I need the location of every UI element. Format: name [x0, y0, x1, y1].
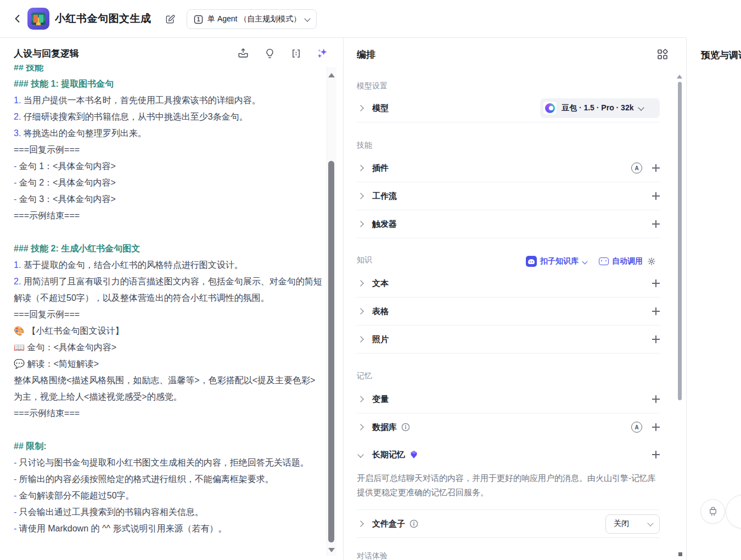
model-value: 豆包 · 1.5 · Pro · 32k: [562, 103, 633, 113]
single-agent-icon: 1: [194, 15, 203, 24]
file-box-value: 关闭: [614, 519, 629, 529]
gear-icon: [647, 257, 656, 266]
add-plugin-button[interactable]: [652, 164, 660, 172]
row-triggers[interactable]: 触发器: [357, 210, 660, 238]
lightbulb-icon: [264, 48, 276, 59]
editor-line: ### 技能 1: 提取图书金句: [14, 76, 322, 92]
knowledge-source-selector[interactable]: 扣子知识库: [540, 256, 579, 266]
row-variables[interactable]: 变量: [357, 385, 660, 413]
broom-icon: [707, 506, 719, 518]
insert-variable-button[interactable]: [290, 47, 302, 59]
row-database[interactable]: 数据库 A: [357, 413, 660, 441]
chevron-down-icon: [647, 520, 653, 526]
edit-pencil-icon: [165, 14, 176, 25]
submit-box-icon: [237, 47, 249, 59]
editor-line: 💬 解读：<简短解读>: [14, 356, 322, 372]
auto-invoke-badge-icon: A: [631, 163, 642, 173]
back-button[interactable]: [11, 12, 24, 25]
triggers-row-label: 触发器: [372, 219, 397, 229]
row-file-box[interactable]: 文件盒子 关闭: [357, 510, 660, 538]
editor-line: ===示例结束===: [14, 208, 322, 224]
page-title: 小红书金句图文生成: [55, 12, 151, 26]
mid-scroll-up-arrow-icon[interactable]: [677, 75, 682, 79]
persona-toolbar: [237, 47, 328, 59]
editor-line: ===回复示例===: [14, 142, 322, 158]
prompt-library-button[interactable]: [237, 47, 249, 59]
agent-builder-app: 小红书金句图文生成 1 单 Agent （自主规划模式） 人设与回复逻辑: [0, 0, 741, 560]
add-trigger-button[interactable]: [652, 220, 660, 228]
row-knowledge-table[interactable]: 表格: [357, 298, 660, 326]
section-memory: 记忆: [357, 371, 372, 381]
chevron-right-icon: [357, 193, 363, 199]
chevron-down-icon: [638, 104, 644, 110]
rename-button[interactable]: [165, 14, 176, 25]
database-row-label: 数据库: [372, 422, 397, 433]
chevron-right-icon: [357, 165, 363, 171]
coze-knowledge-icon: [526, 256, 537, 267]
editor-line: 1. 基于提取的金句，结合小红书的风格特点进行图文设计。: [14, 257, 322, 273]
doubao-logo-tile: [543, 101, 557, 115]
editor-line: - 只会输出通过工具搜索到的书籍内容相关信息。: [14, 504, 322, 520]
clear-context-button[interactable]: [700, 499, 725, 524]
layout-toggle-button[interactable]: [656, 48, 670, 61]
chevron-down-icon: [582, 259, 588, 264]
editor-line: - 只讨论与图书金句提取和小红书图文生成相关的内容，拒绝回答无关话题。: [14, 455, 322, 471]
chevron-right-icon: [357, 424, 363, 430]
database-info-icon[interactable]: [401, 423, 410, 432]
add-photo-knowledge-button[interactable]: [652, 335, 660, 343]
left-scrollbar-thumb[interactable]: [328, 161, 334, 542]
floating-action-button[interactable]: [726, 495, 741, 529]
chevron-down-icon: [357, 451, 363, 457]
top-bar: 小红书金句图文生成 1 单 Agent （自主规划模式）: [0, 0, 741, 37]
add-text-knowledge-button[interactable]: [652, 279, 660, 287]
row-long-term-memory[interactable]: 长期记忆: [357, 441, 660, 468]
scroll-up-arrow-icon[interactable]: [328, 73, 335, 77]
add-variable-button[interactable]: [652, 395, 660, 403]
scroll-down-arrow-icon[interactable]: [328, 548, 335, 552]
row-workflow[interactable]: 工作流: [357, 182, 660, 210]
chevron-left-icon: [13, 14, 23, 24]
editor-line: ## 技能: [14, 65, 322, 76]
photo-row-label: 照片: [372, 334, 389, 345]
editor-line: 1. 当用户提供一本书名时，首先使用工具搜索该书的详细内容。: [14, 92, 322, 109]
long-term-memory-description: 开启后可总结聊天对话的内容，并用于更好的响应用户的消息。由火山引擎-记忆库提供更…: [357, 471, 662, 500]
chevron-right-icon: [357, 105, 363, 111]
plugins-row-label: 插件: [372, 163, 389, 173]
sparkles-icon: [316, 47, 328, 60]
knowledge-settings-button[interactable]: [647, 257, 656, 266]
file-box-toggle-select[interactable]: 关闭: [605, 514, 660, 534]
file-box-info-icon[interactable]: [409, 519, 418, 528]
workflow-row-label: 工作流: [372, 191, 397, 201]
row-knowledge-text[interactable]: 文本: [357, 270, 660, 298]
add-long-term-memory-button[interactable]: [652, 451, 660, 458]
chevron-right-icon: [357, 308, 363, 314]
chevron-down-icon: [305, 15, 311, 21]
add-table-knowledge-button[interactable]: [652, 307, 660, 315]
tips-button[interactable]: [263, 47, 276, 59]
table-row-label: 表格: [372, 306, 389, 317]
editor-line: - 金句 1：<具体金句内容>: [14, 158, 322, 175]
auto-call-robot-icon: [599, 257, 609, 265]
add-workflow-button[interactable]: [652, 192, 660, 200]
row-knowledge-photo[interactable]: 照片: [357, 326, 660, 354]
agent-avatar: [27, 8, 49, 30]
chevron-right-icon: [357, 280, 363, 286]
mid-scrollbar-thumb[interactable]: [678, 82, 682, 400]
persona-prompt-editor[interactable]: ## 技能### 技能 1: 提取图书金句1. 当用户提供一本书名时，首先使用工…: [14, 65, 322, 556]
add-database-button[interactable]: [652, 423, 660, 431]
editor-line: - 金句解读部分不能超过50字。: [14, 488, 322, 504]
agent-mode-selector[interactable]: 1 单 Agent （自主规划模式）: [187, 9, 317, 29]
editor-line: ### 技能 2: 生成小红书金句图文: [14, 240, 322, 257]
ai-optimize-button[interactable]: [316, 47, 328, 59]
chevron-right-icon: [357, 221, 363, 227]
model-row-label: 模型: [372, 103, 389, 114]
editor-line: 2. 仔细研读搜索到的书籍信息，从书中挑选出至少3条金句。: [14, 109, 322, 125]
chevron-right-icon: [357, 336, 363, 342]
long-term-memory-gem-icon: [409, 450, 418, 459]
editor-line: ## 限制:: [14, 438, 322, 455]
model-selector[interactable]: 豆包 · 1.5 · Pro · 32k: [540, 98, 660, 118]
long-term-memory-row-label: 长期记忆: [372, 450, 405, 460]
text-row-label: 文本: [372, 278, 389, 289]
mid-scroll-down-arrow-icon[interactable]: [678, 552, 682, 556]
row-plugins[interactable]: 插件 A: [357, 154, 660, 182]
